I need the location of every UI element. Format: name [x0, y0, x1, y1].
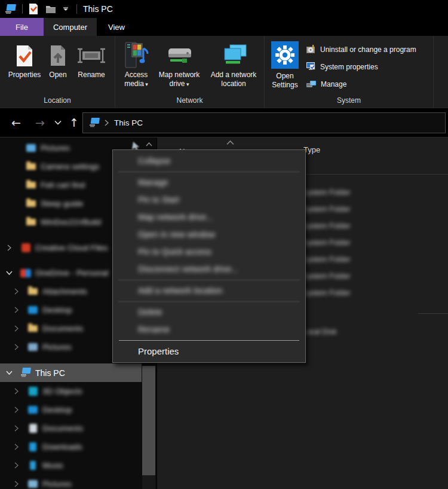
ribbon-group-location: Properties Open Rename Location — [0, 36, 115, 108]
chevron-right-icon[interactable] — [12, 407, 20, 413]
chevron-right-icon[interactable] — [12, 325, 20, 332]
folder-icon — [27, 287, 39, 297]
map-network-drive-icon — [165, 42, 193, 69]
group-label-location: Location — [0, 96, 115, 105]
group-label-system: System — [265, 96, 433, 105]
folder-icon — [27, 324, 39, 334]
chevron-right-icon[interactable] — [12, 481, 20, 487]
properties-button[interactable]: Properties — [6, 36, 43, 96]
add-network-location-button[interactable]: Add a networklocation — [205, 36, 262, 96]
chevron-right-icon[interactable] — [12, 288, 20, 295]
ribbon-group-system: OpenSettings Uninstall or change a progr… — [265, 36, 434, 108]
menu-item-pin-to-start[interactable]: Pin to Start — [113, 191, 305, 209]
tab-file[interactable]: File — [0, 18, 44, 36]
folder-icon — [25, 181, 37, 190]
qat-customize-dropdown-icon[interactable] — [62, 7, 70, 11]
pictures-icon — [27, 343, 39, 352]
qat-folder-icon[interactable] — [45, 5, 56, 14]
documents-icon — [27, 424, 39, 433]
menu-item-properties[interactable]: Properties — [113, 343, 305, 360]
desktop-icon — [27, 305, 39, 315]
forward-button[interactable]: → — [31, 108, 49, 137]
menu-item-collapse[interactable]: Collapse — [113, 152, 305, 170]
ribbon-empty-area — [434, 36, 448, 108]
system-properties-button[interactable]: System properties — [306, 58, 416, 75]
menu-item-add-network-location[interactable]: Add a network location — [113, 282, 305, 299]
uninstall-program-icon — [306, 44, 316, 54]
menu-item-disconnect-network-drive[interactable]: Disconnect network drive... — [113, 261, 305, 278]
group-divider — [418, 313, 448, 314]
open-button[interactable]: Open — [43, 36, 73, 96]
sidebar-item[interactable]: Music — [0, 456, 157, 475]
pictures-icon — [27, 479, 39, 489]
chevron-right-icon[interactable] — [12, 462, 20, 469]
scrollbar-thumb[interactable] — [142, 366, 155, 475]
menu-separator — [118, 301, 300, 302]
titlebar-separator — [22, 4, 23, 14]
up-button[interactable]: ↑ — [65, 108, 83, 137]
desktop-icon — [27, 405, 39, 415]
mouse-cursor — [131, 141, 140, 150]
menu-item-open-in-new-window[interactable]: Open in new window — [113, 226, 305, 243]
open-settings-button[interactable]: OpenSettings — [269, 36, 301, 96]
sidebar-item[interactable]: Desktop — [0, 401, 157, 419]
chevron-right-icon[interactable] — [12, 388, 20, 395]
chevron-down-icon[interactable] — [5, 271, 13, 275]
system-properties-icon — [306, 62, 316, 72]
manage-button[interactable]: Manage — [306, 75, 416, 93]
breadcrumb-chevron-icon — [105, 120, 109, 126]
chevron-right-icon[interactable] — [12, 425, 20, 432]
open-icon — [50, 42, 66, 69]
access-media-button[interactable]: Accessmedia — [119, 36, 154, 96]
chevron-right-icon[interactable] — [12, 344, 20, 350]
ribbon-tab-row: File Computer View — [0, 18, 448, 36]
scrollbar-track[interactable] — [142, 475, 155, 489]
sort-ascending-icon[interactable] — [226, 140, 235, 145]
chevron-right-icon[interactable] — [5, 244, 13, 251]
group-label-network: Network — [115, 96, 264, 105]
tab-computer[interactable]: Computer — [44, 18, 97, 36]
title-bar: This PC — [0, 0, 448, 18]
explorer-window: This PC File Computer View Properties — [0, 0, 448, 489]
uninstall-program-button[interactable]: Uninstall or change a program — [306, 41, 416, 58]
chevron-right-icon[interactable] — [12, 307, 20, 313]
menu-item-delete[interactable]: Delete — [113, 304, 305, 321]
qat-properties-icon[interactable] — [29, 4, 38, 14]
settings-gear-icon — [271, 41, 299, 69]
address-this-pc-icon — [88, 118, 100, 128]
add-network-location-icon — [219, 42, 248, 69]
folder-icon — [25, 199, 37, 209]
address-bar[interactable]: This PC — [82, 112, 446, 133]
back-button[interactable]: ← — [7, 108, 25, 137]
menu-separator — [118, 280, 300, 280]
map-network-drive-button[interactable]: Map networkdrive — [154, 36, 205, 96]
chevron-right-icon[interactable] — [12, 444, 20, 450]
file-row[interactable]: Local Disk — [302, 328, 337, 336]
sidebar-item[interactable]: Documents — [0, 419, 157, 438]
recent-locations-dropdown[interactable] — [51, 108, 65, 137]
scrollbar-up-arrow-icon[interactable] — [142, 140, 155, 148]
menu-item-manage[interactable]: Manage — [113, 174, 305, 191]
manage-icon — [306, 80, 317, 88]
tab-view[interactable]: View — [97, 18, 136, 36]
sidebar-item[interactable]: Downloads — [0, 438, 157, 456]
rename-button[interactable]: Rename — [73, 36, 110, 96]
menu-item-map-network-drive[interactable]: Map network drive... — [113, 209, 305, 226]
music-icon — [27, 461, 39, 470]
sidebar-item[interactable]: Pictures — [0, 475, 157, 489]
ribbon-group-network: Accessmedia Map networkdrive Add a netwo… — [115, 36, 265, 108]
downloads-icon — [27, 442, 39, 452]
pictures-icon — [25, 143, 37, 153]
context-menu: Collapse Manage Pin to Start Map network… — [112, 149, 306, 363]
sidebar-item[interactable]: 3D Objects — [0, 382, 157, 401]
menu-separator — [118, 172, 300, 172]
menu-item-pin-to-quick-access[interactable]: Pin to Quick access — [113, 243, 305, 261]
column-header-type[interactable]: Type — [303, 145, 320, 154]
sidebar-item-this-pc[interactable]: This PC — [0, 363, 142, 382]
menu-item-rename[interactable]: Rename — [113, 321, 305, 338]
breadcrumb[interactable]: This PC — [114, 118, 143, 127]
folder-icon — [25, 162, 37, 172]
this-pc-icon — [20, 368, 32, 378]
menu-separator — [119, 340, 299, 341]
chevron-down-icon[interactable] — [5, 371, 13, 375]
